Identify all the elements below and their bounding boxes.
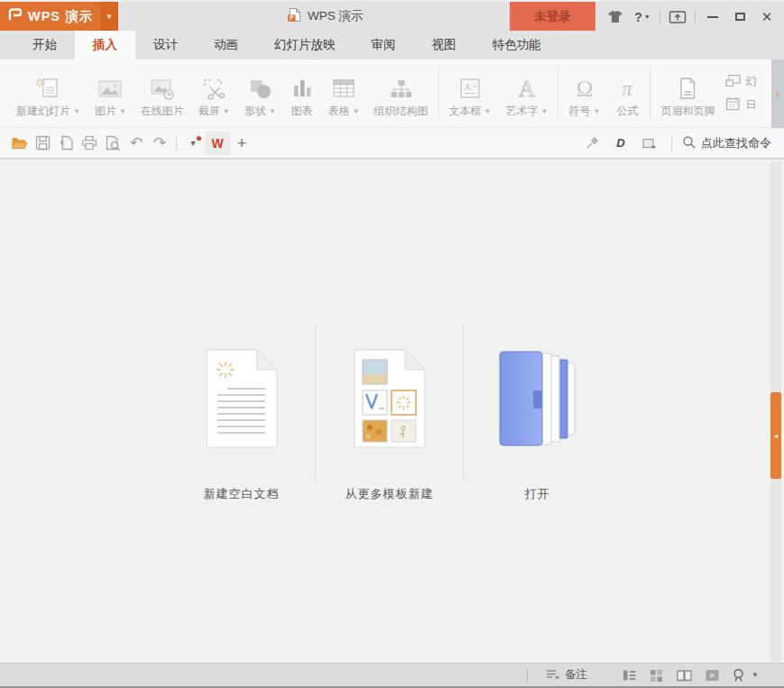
skin-icon[interactable] xyxy=(604,6,627,28)
online-picture-icon xyxy=(150,73,175,104)
print-button[interactable] xyxy=(78,132,101,155)
dropdown-icon: ▼ xyxy=(484,107,492,115)
divider xyxy=(527,669,528,682)
title-bar: WPS 演示 ▼ P WPS 演示 未登录 ?▼ ✕ xyxy=(0,0,784,31)
notes-button[interactable]: 备注 xyxy=(545,666,587,684)
tab-slideshow[interactable]: 幻灯片放映 xyxy=(256,31,354,60)
date-time-button[interactable]: 日 xyxy=(725,96,772,114)
customize-toolbar-button[interactable]: ▼ xyxy=(181,132,205,155)
tab-animation[interactable]: 动画 xyxy=(196,31,256,60)
app-button-label: WPS 演示 xyxy=(28,8,93,25)
wps-writer-doc-tab[interactable]: W xyxy=(205,132,230,155)
table-icon xyxy=(331,73,356,104)
dropdown-icon: ▼ xyxy=(353,107,360,115)
open-file-launcher-button[interactable]: 打开 xyxy=(464,324,611,502)
ribbon-tabs: 开始 插入 设计 动画 幻灯片放映 审阅 视图 特色功能 xyxy=(0,31,784,60)
screenshot-button[interactable]: 截屏▼ xyxy=(191,60,237,127)
table-button[interactable]: 表格▼ xyxy=(321,60,367,127)
login-button[interactable]: 未登录 xyxy=(510,2,595,32)
redo-button[interactable]: ↷ xyxy=(148,132,171,155)
document-title: P WPS 演示 xyxy=(287,2,364,31)
app-menu-button[interactable]: WPS 演示 ▼ xyxy=(0,2,118,31)
document-title-text: WPS 演示 xyxy=(308,8,364,24)
dropdown-icon: ▼ xyxy=(73,107,80,115)
tab-design[interactable]: 设计 xyxy=(135,31,196,60)
template-document-icon xyxy=(354,349,426,452)
word-art-button[interactable]: A 艺术字▼ xyxy=(499,60,556,127)
open-file-button[interactable] xyxy=(7,132,31,155)
blank-document-icon xyxy=(206,349,278,452)
title-bar-controls: ?▼ ✕ xyxy=(604,2,779,32)
tab-home[interactable]: 开始 xyxy=(14,31,75,60)
help-button[interactable]: ?▼ xyxy=(631,6,654,28)
slideshow-play-button[interactable] xyxy=(705,668,720,683)
new-from-template-button[interactable]: 从更多模板新建 xyxy=(316,324,463,502)
command-search[interactable]: 点此查找命令 xyxy=(682,135,771,151)
ribbon-scroll-right-button[interactable]: › xyxy=(771,60,784,128)
org-chart-icon xyxy=(389,73,413,104)
share-button[interactable] xyxy=(638,132,661,155)
dropdown-icon: ▼ xyxy=(269,107,276,115)
ribbon-small-items: 幻 日 xyxy=(725,60,772,127)
shapes-button[interactable]: 形状▼ xyxy=(237,60,283,127)
close-button[interactable]: ✕ xyxy=(755,6,779,28)
ribbon-group-divider xyxy=(438,67,439,120)
formula-button[interactable]: π 公式 xyxy=(607,60,647,127)
task-pane-expander[interactable]: ◂ xyxy=(770,392,781,479)
ribbon-insert-panel: 新建幻灯片▼ 图片▼ 在线图片 截屏▼ 形状▼ 图表 表格▼ xyxy=(0,60,784,128)
export-pdf-button[interactable] xyxy=(54,132,78,155)
text-box-button[interactable]: A 文本框▼ xyxy=(442,60,499,127)
org-chart-button[interactable]: 组织结构图 xyxy=(367,60,436,127)
svg-text:P: P xyxy=(290,14,294,21)
minimize-button[interactable] xyxy=(701,6,724,28)
slide-sorter-view-button[interactable] xyxy=(649,668,664,683)
search-icon xyxy=(682,135,696,151)
svg-text:Ω: Ω xyxy=(576,77,594,101)
date-time-icon xyxy=(725,96,741,114)
screenshot-icon xyxy=(201,73,226,104)
slide-number-button[interactable]: 幻 xyxy=(725,74,772,90)
new-blank-document-button[interactable]: 新建空白文档 xyxy=(168,324,315,502)
tab-review[interactable]: 审阅 xyxy=(354,31,414,60)
notification-dot xyxy=(197,136,201,141)
picture-button[interactable]: 图片▼ xyxy=(88,60,134,127)
chart-icon xyxy=(291,73,314,104)
formula-pi-icon: π xyxy=(614,73,640,104)
save-button[interactable] xyxy=(31,132,54,155)
status-bar: 备注 ▼ xyxy=(0,663,784,688)
normal-view-button[interactable] xyxy=(622,668,637,683)
tools-pin-icon[interactable] xyxy=(580,132,604,155)
undo-button[interactable]: ↶ xyxy=(125,132,148,155)
online-picture-button[interactable]: 在线图片 xyxy=(134,60,191,127)
app-menu-dropdown-icon[interactable]: ▼ xyxy=(100,2,118,31)
collapse-ribbon-button[interactable] xyxy=(666,6,689,28)
divider xyxy=(176,136,177,151)
maximize-button[interactable] xyxy=(728,6,752,28)
symbol-button[interactable]: Ω 符号▼ xyxy=(561,60,607,127)
document-icon: P xyxy=(287,7,301,25)
toolbar-right-group: D 点此查找命令 xyxy=(580,132,771,155)
reading-view-button[interactable] xyxy=(676,668,693,683)
header-footer-button[interactable]: 页眉和页脚 xyxy=(653,60,722,127)
start-page: 新建空白文档 从更多模板新建 xyxy=(0,159,784,663)
docer-templates-button[interactable]: D xyxy=(609,132,632,155)
search-hint-text: 点此查找命令 xyxy=(701,135,771,151)
ribbon-group-divider xyxy=(558,67,558,120)
mode-medal-button[interactable] xyxy=(732,668,745,683)
tab-special-features[interactable]: 特色功能 xyxy=(475,31,559,60)
wps-logo-icon xyxy=(8,7,23,25)
tab-view[interactable]: 视图 xyxy=(414,31,475,60)
open-folder-icon xyxy=(496,349,579,452)
divider xyxy=(695,10,696,24)
mode-dropdown-icon[interactable]: ▼ xyxy=(752,671,759,679)
new-slide-button[interactable]: 新建幻灯片▼ xyxy=(9,60,88,127)
tab-insert[interactable]: 插入 xyxy=(75,31,135,60)
dropdown-icon: ▼ xyxy=(541,107,549,115)
picture-icon xyxy=(97,73,123,104)
new-tab-button[interactable]: + xyxy=(230,132,254,155)
start-launcher: 新建空白文档 从更多模板新建 xyxy=(168,324,611,502)
symbol-omega-icon: Ω xyxy=(572,73,597,104)
chart-button[interactable]: 图表 xyxy=(283,60,321,127)
text-box-icon: A xyxy=(457,73,483,104)
print-preview-button[interactable] xyxy=(101,132,125,155)
